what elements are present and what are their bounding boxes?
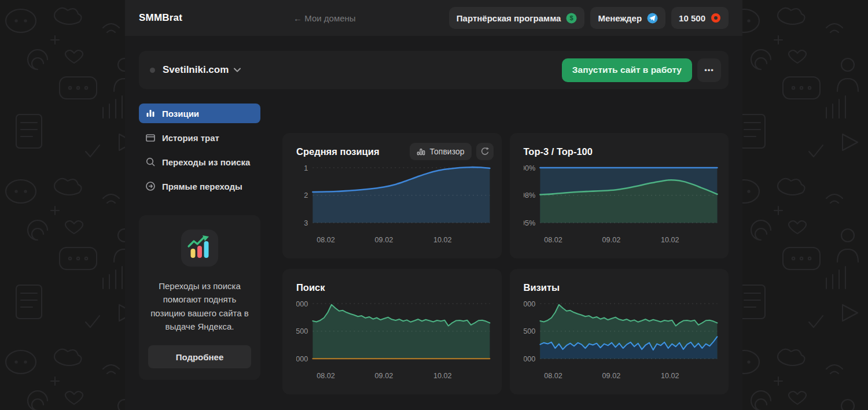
balance-amount: 10 500 [679, 13, 705, 23]
promo-card: Переходы из поиска помогают поднять пози… [139, 215, 260, 380]
svg-text:3000: 3000 [296, 300, 308, 308]
back-to-domains-link[interactable]: ← Мои домены [293, 13, 356, 23]
chart-header: Средняя позиция Топвизор [296, 142, 494, 161]
main-column: SMMBrat ← Мои домены Партнёрская програм… [125, 0, 742, 410]
site-header: Svetilniki.com Запустить сайт в работу •… [139, 51, 729, 89]
svg-text:09.02: 09.02 [375, 372, 393, 380]
sidebar-item-positions[interactable]: Позиции [139, 104, 260, 123]
sidebar: Позиции История трат Переходы из поиска [139, 104, 260, 394]
app-root: SMMBrat ← Мои домены Партнёрская програм… [0, 0, 868, 410]
visits-card: Визиты 30001500100008.0209.0210.02 [510, 269, 729, 394]
top3-top100-chart: 100%98%95%08.0209.0210.02 [524, 164, 721, 248]
site-header-actions: Запустить сайт в работу ••• [562, 58, 721, 82]
refresh-icon [480, 147, 490, 156]
launch-site-button[interactable]: Запустить сайт в работу [562, 58, 692, 82]
svg-text:1: 1 [304, 164, 308, 172]
topvisor-badge[interactable]: Топвизор [410, 143, 472, 160]
chevron-down-icon [234, 68, 241, 72]
charts-grid: Средняя позиция Топвизор [282, 104, 729, 394]
partner-program-label: Партнёрская программа [457, 13, 561, 23]
svg-text:09.02: 09.02 [602, 236, 620, 244]
svg-text:09.02: 09.02 [375, 236, 393, 244]
sidebar-item-label: История трат [162, 133, 219, 143]
more-options-button[interactable]: ••• [697, 58, 721, 82]
top3-top100-card: Top-3 / Top-100 100%98%95%08.0209.0210.0… [510, 133, 729, 258]
arrow-circle-icon [145, 181, 156, 191]
bar-chart-icon [145, 108, 156, 119]
sidebar-item-search-transitions[interactable]: Переходы из поиска [139, 152, 260, 172]
telegram-icon [647, 13, 658, 24]
partner-program-button[interactable]: Партнёрская программа $ [449, 7, 585, 29]
svg-text:1500: 1500 [524, 327, 535, 335]
search-chart: 30001500100008.0209.0210.02 [296, 300, 494, 383]
search-icon [145, 157, 156, 167]
chart-title: Средняя позиция [296, 146, 380, 157]
promo-details-button[interactable]: Подробнее [148, 345, 251, 368]
manager-button[interactable]: Менеждер [590, 7, 665, 29]
manager-label: Менеждер [598, 13, 642, 23]
svg-text:2: 2 [304, 191, 308, 200]
svg-text:1500: 1500 [296, 327, 308, 335]
svg-text:08.02: 08.02 [317, 236, 335, 244]
topbar: SMMBrat ← Мои домены Партнёрская програм… [125, 0, 742, 36]
svg-text:1000: 1000 [524, 355, 535, 363]
svg-text:08.02: 08.02 [544, 236, 562, 244]
mini-bars-icon [417, 147, 425, 156]
domain-selector[interactable]: Svetilniki.com [163, 64, 241, 76]
dollar-icon: $ [566, 13, 577, 24]
balance-button[interactable]: 10 500 [671, 7, 729, 29]
svg-text:10.02: 10.02 [660, 372, 679, 380]
avg-position-chart: 12308.0209.0210.02 [296, 164, 494, 248]
svg-text:3000: 3000 [524, 300, 535, 308]
chart-title: Поиск [296, 282, 325, 293]
svg-text:10.02: 10.02 [433, 372, 452, 380]
domain-name: Svetilniki.com [163, 64, 229, 76]
wallet-icon [145, 132, 156, 143]
refresh-button[interactable] [476, 143, 494, 160]
svg-text:$: $ [570, 14, 573, 21]
domain-status-dot [150, 68, 155, 73]
content: Позиции История трат Переходы из поиска [125, 89, 742, 394]
svg-text:98%: 98% [524, 191, 535, 200]
sidebar-item-label: Прямые переходы [162, 182, 242, 191]
svg-text:100%: 100% [524, 164, 535, 172]
topvisor-label: Топвизор [430, 147, 465, 156]
coin-icon [711, 13, 721, 23]
svg-text:08.02: 08.02 [544, 372, 562, 380]
svg-text:08.02: 08.02 [317, 372, 335, 380]
topbar-actions: Партнёрская программа $ Менеждер 10 500 [449, 7, 729, 29]
svg-text:95%: 95% [524, 219, 535, 227]
visits-chart: 30001500100008.0209.0210.02 [524, 300, 721, 383]
chart-header: Top-3 / Top-100 [524, 142, 721, 161]
growth-chart-icon [181, 230, 218, 267]
svg-text:3: 3 [304, 219, 308, 227]
svg-text:10.02: 10.02 [660, 236, 679, 244]
chart-title: Визиты [524, 282, 560, 293]
sidebar-item-label: Переходы из поиска [162, 157, 250, 167]
chart-header: Поиск [296, 278, 494, 297]
promo-text: Переходы из поиска помогают поднять пози… [148, 279, 251, 333]
brand-logo: SMMBrat [139, 12, 182, 24]
avg-position-card: Средняя позиция Топвизор [282, 133, 502, 258]
svg-text:10.02: 10.02 [433, 236, 452, 244]
chart-header: Визиты [524, 278, 721, 297]
svg-text:1000: 1000 [296, 355, 308, 363]
chart-title: Top-3 / Top-100 [524, 146, 593, 157]
search-card: Поиск 30001500100008.0209.0210.02 [282, 269, 502, 394]
sidebar-item-label: Позиции [162, 109, 199, 119]
sidebar-item-spend-history[interactable]: История трат [139, 128, 260, 147]
svg-text:09.02: 09.02 [602, 372, 620, 380]
sidebar-item-direct-transitions[interactable]: Прямые переходы [139, 176, 260, 196]
